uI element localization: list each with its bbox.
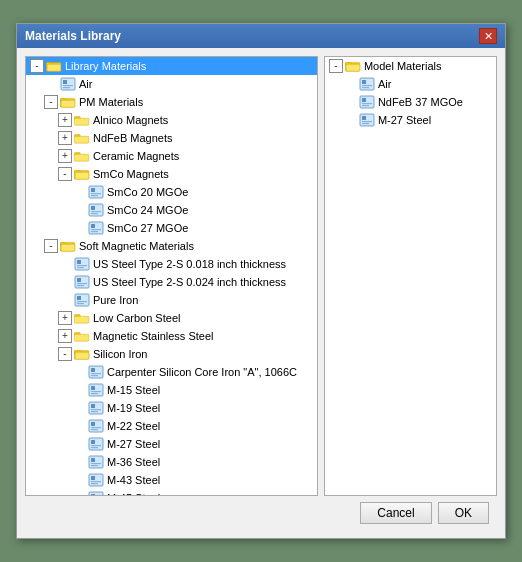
tree-item-ndfeb-magnets[interactable]: NdFeB Magnets [26, 129, 317, 147]
tree-item-soft-mag[interactable]: Soft Magnetic Materials [26, 237, 317, 255]
tree-item-m15[interactable]: M-15 Steel [26, 381, 317, 399]
tree-item-air[interactable]: Air [26, 75, 317, 93]
expander-leaf-m22[interactable] [72, 419, 86, 433]
dialog-footer: Cancel OK [25, 496, 497, 530]
expander-closed-mag-ss[interactable] [58, 329, 72, 343]
tree-item-m43[interactable]: M-43 Steel [26, 471, 317, 489]
expander-leaf-m19[interactable] [72, 401, 86, 415]
right-panel[interactable]: Model Materials Air NdFeB 37 MGOe M-27 S… [324, 56, 497, 496]
tree-item-ussteel2s-018[interactable]: US Steel Type 2-S 0.018 inch thickness [26, 255, 317, 273]
tree-item-label: Soft Magnetic Materials [79, 238, 194, 254]
svg-rect-18 [75, 172, 89, 179]
expander-leaf-m36[interactable] [72, 455, 86, 469]
tree-item-smco[interactable]: SmCo Magnets [26, 165, 317, 183]
cancel-button[interactable]: Cancel [360, 502, 431, 524]
tree-item-label: Air [378, 76, 391, 92]
tree-item-m36[interactable]: M-36 Steel [26, 453, 317, 471]
material-icon [88, 437, 104, 451]
tree-item-pure-iron[interactable]: Pure Iron [26, 291, 317, 309]
expander-closed-ceramic[interactable] [58, 149, 72, 163]
expander-closed-low-carbon[interactable] [58, 311, 72, 325]
tree-item-model-air[interactable]: Air [325, 75, 496, 93]
svg-rect-64 [91, 411, 98, 412]
tree-item-label: PM Materials [79, 94, 143, 110]
material-icon [359, 113, 375, 127]
expander-leaf-smco20[interactable] [72, 185, 86, 199]
expander-leaf-model-m27[interactable] [343, 113, 357, 127]
svg-rect-36 [77, 265, 87, 266]
tree-item-m27[interactable]: M-27 Steel [26, 435, 317, 453]
expander-leaf-m15[interactable] [72, 383, 86, 397]
expander-leaf-ussteel2s-018[interactable] [58, 257, 72, 271]
svg-rect-44 [77, 301, 87, 302]
svg-rect-11 [74, 118, 89, 125]
material-icon [88, 221, 104, 235]
expander-leaf-m43[interactable] [72, 473, 86, 487]
material-icon [60, 77, 76, 91]
expander-leaf-pure-iron[interactable] [58, 293, 72, 307]
tree-item-lib-root[interactable]: Library Materials [26, 57, 317, 75]
svg-rect-24 [91, 206, 95, 210]
ok-button[interactable]: OK [438, 502, 489, 524]
tree-item-m22[interactable]: M-22 Steel [26, 417, 317, 435]
tree-item-model-m27[interactable]: M-27 Steel [325, 111, 496, 129]
tree-item-smco24[interactable]: SmCo 24 MGOe [26, 201, 317, 219]
svg-rect-82 [91, 494, 95, 496]
tree-item-smco20[interactable]: SmCo 20 MGOe [26, 183, 317, 201]
expander-leaf-air[interactable] [44, 77, 58, 91]
expander-open-silicon-iron[interactable] [58, 347, 72, 361]
tree-item-carpenter[interactable]: Carpenter Silicon Core Iron "A", 1066C [26, 363, 317, 381]
svg-rect-103 [362, 105, 369, 106]
tree-item-label: Pure Iron [93, 292, 138, 308]
expander-open-model-root[interactable] [329, 59, 343, 73]
tree-item-low-carbon[interactable]: Low Carbon Steel [26, 309, 317, 327]
tree-item-m19[interactable]: M-19 Steel [26, 399, 317, 417]
expander-open-soft-mag[interactable] [44, 239, 58, 253]
tree-item-model-root[interactable]: Model Materials [325, 57, 496, 75]
expander-leaf-model-ndfeb[interactable] [343, 95, 357, 109]
svg-rect-79 [91, 481, 101, 482]
svg-rect-49 [74, 334, 89, 341]
material-icon [74, 275, 90, 289]
tree-item-smco27[interactable]: SmCo 27 MGOe [26, 219, 317, 237]
svg-rect-99 [362, 87, 369, 88]
svg-rect-62 [91, 404, 95, 408]
material-icon [88, 365, 104, 379]
material-icon [74, 257, 90, 271]
tree-item-model-ndfeb[interactable]: NdFeB 37 MGOe [325, 93, 496, 111]
svg-rect-2 [47, 64, 61, 71]
expander-leaf-m27[interactable] [72, 437, 86, 451]
tree-item-m45[interactable]: M-45 Steel [26, 489, 317, 496]
expander-leaf-smco24[interactable] [72, 203, 86, 217]
title-bar: Materials Library ✕ [17, 24, 505, 48]
tree-item-silicon-iron[interactable]: Silicon Iron [26, 345, 317, 363]
expander-leaf-model-air[interactable] [343, 77, 357, 91]
expander-leaf-ussteel2s-024[interactable] [58, 275, 72, 289]
tree-item-label: SmCo 24 MGOe [107, 202, 188, 218]
folder-open-icon [74, 348, 90, 360]
expander-open-smco[interactable] [58, 167, 72, 181]
folder-open-icon [46, 60, 62, 72]
tree-item-alnico[interactable]: Alnico Magnets [26, 111, 317, 129]
expander-closed-ndfeb-magnets[interactable] [58, 131, 72, 145]
tree-item-pm-materials[interactable]: PM Materials [26, 93, 317, 111]
svg-rect-22 [91, 195, 98, 196]
left-panel[interactable]: Library Materials Air PM Materials Alnic… [25, 56, 318, 496]
expander-leaf-carpenter[interactable] [72, 365, 86, 379]
svg-rect-13 [74, 136, 89, 143]
svg-rect-25 [91, 211, 101, 212]
expander-open-pm-materials[interactable] [44, 95, 58, 109]
tree-item-label: Library Materials [65, 58, 146, 74]
material-icon [88, 401, 104, 415]
dialog-title: Materials Library [25, 29, 121, 43]
close-button[interactable]: ✕ [479, 28, 497, 44]
tree-item-mag-ss[interactable]: Magnetic Stainless Steel [26, 327, 317, 345]
expander-closed-alnico[interactable] [58, 113, 72, 127]
folder-open-icon [60, 240, 76, 252]
folder-open-icon [345, 60, 361, 72]
expander-leaf-smco27[interactable] [72, 221, 86, 235]
expander-open-lib-root[interactable] [30, 59, 44, 73]
tree-item-ussteel2s-024[interactable]: US Steel Type 2-S 0.024 inch thickness [26, 273, 317, 291]
tree-item-ceramic[interactable]: Ceramic Magnets [26, 147, 317, 165]
expander-leaf-m45[interactable] [72, 491, 86, 496]
